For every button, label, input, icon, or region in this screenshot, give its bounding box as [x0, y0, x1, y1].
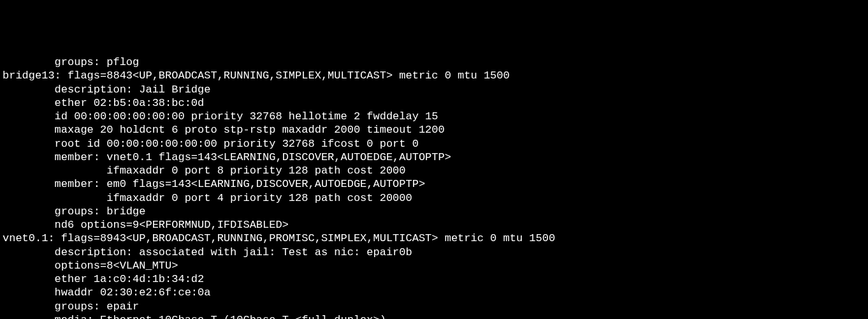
terminal-line: groups: bridge	[3, 205, 865, 218]
terminal-line: root id 00:00:00:00:00:00 priority 32768…	[3, 137, 865, 151]
terminal-line: ether 1a:c0:4d:1b:34:d2	[3, 272, 865, 286]
terminal-line: hwaddr 02:30:e2:6f:ce:0a	[3, 286, 865, 299]
terminal-line: ifmaxaddr 0 port 8 priority 128 path cos…	[3, 164, 865, 177]
terminal-line: nd6 options=9<PERFORMNUD,IFDISABLED>	[3, 218, 865, 232]
terminal-line: ifmaxaddr 0 port 4 priority 128 path cos…	[3, 191, 865, 205]
terminal-line: ether 02:b5:0a:38:bc:0d	[3, 96, 865, 110]
terminal-line: id 00:00:00:00:00:00 priority 32768 hell…	[3, 110, 865, 123]
terminal-line: maxage 20 holdcnt 6 proto stp-rstp maxad…	[3, 123, 865, 137]
terminal-line: vnet0.1: flags=8943<UP,BROADCAST,RUNNING…	[3, 232, 865, 245]
terminal-line: bridge13: flags=8843<UP,BROADCAST,RUNNIN…	[3, 69, 865, 82]
terminal-line: media: Ethernet 10Gbase-T (10Gbase-T <fu…	[3, 313, 865, 319]
terminal-line: groups: pflog	[3, 56, 865, 69]
terminal-line: description: Jail Bridge	[3, 83, 865, 96]
terminal-line: member: em0 flags=143<LEARNING,DISCOVER,…	[3, 177, 865, 191]
terminal-line: groups: epair	[3, 300, 865, 313]
terminal-output[interactable]: groups: pflogbridge13: flags=8843<UP,BRO…	[3, 56, 865, 319]
terminal-line: member: vnet0.1 flags=143<LEARNING,DISCO…	[3, 151, 865, 164]
terminal-line: description: associated with jail: Test …	[3, 246, 865, 259]
terminal-line: options=8<VLAN_MTU>	[3, 259, 865, 272]
